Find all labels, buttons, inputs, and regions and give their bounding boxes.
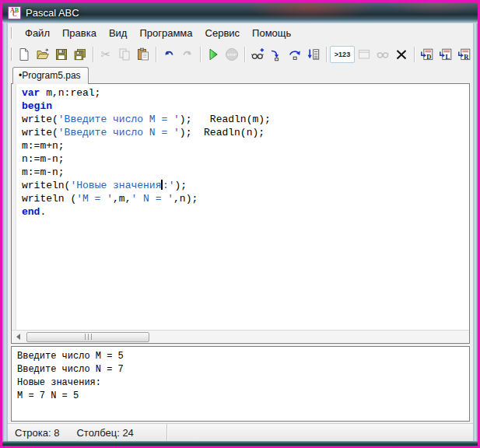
calc-expression-button[interactable]: >123 — [330, 46, 355, 63]
toolbar-separator — [326, 47, 327, 62]
open-file-icon — [36, 47, 50, 61]
output-line: Новые значения: — [17, 376, 466, 390]
pascal-abc-logo-icon: A B C — [8, 6, 21, 19]
module-l-button[interactable]: L — [436, 45, 455, 64]
code-line: write('Введите число M = '); Readln(m); — [22, 113, 466, 126]
toolbar-separator — [93, 47, 93, 62]
screenshot-frame: A B C Pascal ABC ФайлПравкаВидПрограммаС… — [0, 0, 480, 448]
code-line: write('Введите число N = '); Readln(n); — [22, 126, 466, 139]
scroll-left-arrow-icon[interactable] — [12, 331, 25, 343]
run-icon — [206, 47, 220, 61]
undo-button[interactable] — [159, 45, 178, 64]
redo-icon — [180, 47, 194, 61]
add-watch-icon — [251, 47, 265, 61]
code-editor[interactable]: var m,n:real;beginwrite('Введите число M… — [12, 84, 469, 330]
module-r-icon: R — [457, 47, 471, 61]
module-r-button[interactable]: R — [455, 45, 474, 64]
add-watch-button[interactable] — [248, 45, 267, 64]
code-line: m:=m-n; — [22, 166, 466, 179]
tab-label: Program5.pas — [22, 70, 80, 81]
cut-button[interactable]: ✂ — [96, 45, 115, 64]
toolbar-separator — [156, 47, 156, 62]
menubar-gripper[interactable] — [11, 27, 12, 39]
watch-window-icon — [376, 47, 390, 61]
toolbar: ✂STOP>123DLR — [8, 43, 473, 65]
step-over-icon — [288, 47, 302, 61]
toolbar-separator — [200, 47, 201, 62]
step-into-button[interactable] — [267, 45, 286, 64]
menu-item-edit[interactable]: Правка — [56, 25, 103, 41]
module-l-icon: L — [439, 47, 453, 61]
status-bar: Строка: 8 Столбец: 24 — [8, 423, 473, 441]
window-title: Pascal ABC — [26, 7, 79, 19]
output-line: Введите число M = 5 — [17, 350, 466, 363]
toolbar-gripper[interactable] — [11, 47, 12, 61]
window-list-icon — [357, 47, 371, 61]
svg-text:L: L — [446, 52, 450, 60]
svg-text:D: D — [426, 52, 431, 60]
status-caret-section: Строка: 8 Столбец: 24 — [8, 424, 167, 441]
watch-window-button[interactable] — [373, 45, 392, 64]
step-out-button[interactable] — [304, 45, 323, 64]
editor-panel: var m,n:real;beginwrite('Введите число M… — [11, 83, 470, 344]
save-all-icon — [73, 47, 87, 61]
code-line: writeln ('M = ',m,' N = ',n); — [22, 192, 466, 205]
new-file-button[interactable] — [15, 45, 33, 64]
output-line: M = 7 N = 5 — [17, 390, 466, 403]
svg-text:R: R — [464, 52, 469, 60]
run-button[interactable] — [204, 45, 222, 64]
menu-item-view[interactable]: Вид — [103, 25, 134, 41]
stop-icon: STOP — [225, 47, 239, 61]
new-file-icon — [17, 47, 31, 61]
clear-icon — [394, 47, 408, 61]
output-line: Введите число N = 7 — [17, 363, 466, 376]
scrollbar-thumb[interactable] — [26, 332, 149, 342]
stop-button[interactable]: STOP — [222, 45, 241, 64]
save-file-button[interactable] — [52, 45, 71, 64]
tab-bar: •Program5.pas — [8, 65, 473, 83]
editor-horizontal-scrollbar[interactable] — [12, 330, 469, 343]
titlebar[interactable]: A B C Pascal ABC — [2, 2, 478, 23]
window-border-left — [2, 23, 8, 441]
status-column: Столбец: 24 — [76, 427, 133, 439]
step-into-icon — [269, 47, 283, 61]
svg-text:STOP: STOP — [227, 53, 236, 57]
window-border-bottom — [2, 441, 478, 446]
tab-program5[interactable]: •Program5.pas — [12, 67, 89, 84]
code-line: end. — [22, 205, 466, 219]
menu-item-file[interactable]: Файл — [19, 25, 56, 41]
save-file-icon — [54, 47, 68, 61]
output-console: Введите число M = 5Введите число N = 7Но… — [11, 346, 470, 422]
menu-item-program[interactable]: Программа — [133, 25, 198, 41]
code-line: n:=m-n; — [22, 152, 466, 166]
toolbar-separator — [244, 47, 245, 62]
module-d-button[interactable]: D — [418, 45, 436, 64]
copy-icon — [117, 47, 131, 61]
undo-icon — [162, 47, 176, 61]
save-all-button[interactable] — [71, 45, 89, 64]
paste-icon — [136, 47, 150, 61]
clear-button[interactable] — [392, 45, 411, 64]
open-file-button[interactable] — [33, 45, 52, 64]
step-out-icon — [307, 47, 321, 61]
window-border-right — [473, 23, 478, 441]
code-line: begin — [22, 100, 466, 113]
copy-button[interactable] — [115, 45, 134, 64]
step-over-button[interactable] — [286, 45, 304, 64]
module-d-icon: D — [420, 47, 434, 61]
status-line: Строка: 8 — [15, 427, 59, 439]
redo-button[interactable] — [178, 45, 197, 64]
menu-bar: ФайлПравкаВидПрограммаСервисПомощь — [8, 23, 473, 43]
menu-item-service[interactable]: Сервис — [199, 25, 247, 41]
code-line: m:=m+n; — [22, 139, 466, 152]
scrollbar-grip-icon — [85, 334, 92, 340]
menu-item-help[interactable]: Помощь — [246, 25, 297, 41]
calc-expression-icon: >123 — [335, 51, 350, 58]
code-line: var m,n:real; — [22, 86, 466, 100]
toolbar-separator — [414, 47, 415, 62]
pascal-abc-window: A B C Pascal ABC ФайлПравкаВидПрограммаС… — [2, 2, 478, 446]
code-line: writeln('Новые значения:'); — [22, 179, 466, 192]
paste-button[interactable] — [134, 45, 152, 64]
window-list-button[interactable] — [355, 45, 373, 64]
cut-icon: ✂ — [101, 48, 111, 60]
